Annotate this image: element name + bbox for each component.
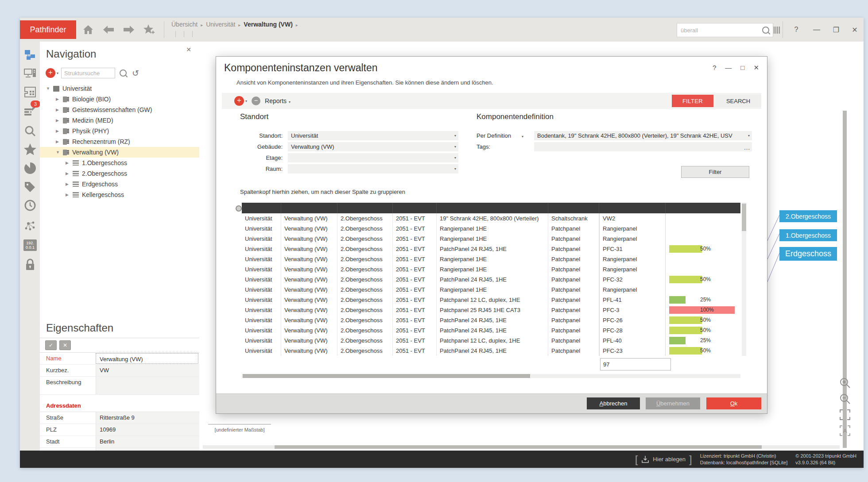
property-value[interactable]: 10969 bbox=[96, 424, 199, 436]
table-horizontal-scrollbar[interactable] bbox=[242, 374, 740, 378]
cell-name[interactable]: Rangierpanel bbox=[599, 254, 666, 264]
tree-expander-icon[interactable]: ▶ bbox=[66, 193, 73, 197]
cell-name[interactable]: PFL-40 bbox=[599, 335, 666, 346]
lock-icon[interactable] bbox=[23, 258, 37, 272]
table-row[interactable]: Universität Verwaltung (VW) 2.Obergescho… bbox=[242, 264, 740, 274]
global-search-input[interactable] bbox=[677, 27, 762, 34]
tree-item[interactable]: ▶ Biologie (BIO) bbox=[40, 94, 199, 104]
chevron-down-icon[interactable]: ▾ bbox=[245, 99, 247, 103]
table-row[interactable]: Universität Verwaltung (VW) 2.Obergescho… bbox=[242, 224, 740, 234]
scrollbar-thumb[interactable] bbox=[243, 374, 530, 378]
ok-button[interactable]: Ok bbox=[706, 397, 761, 409]
refresh-icon[interactable]: ↺ bbox=[132, 68, 139, 78]
table-vertical-scrollbar[interactable] bbox=[742, 203, 746, 356]
dialog-close-icon[interactable]: ✕ bbox=[753, 64, 759, 72]
property-value[interactable] bbox=[96, 377, 199, 394]
zoom-in-icon[interactable] bbox=[839, 377, 851, 389]
history-clock-icon[interactable] bbox=[23, 198, 37, 212]
zoom-out-icon[interactable] bbox=[839, 393, 851, 405]
breadcrumb-universitaet[interactable]: Universität bbox=[206, 21, 235, 28]
more-ellipsis-button[interactable]: ... bbox=[744, 144, 750, 151]
tree-expander-icon[interactable]: ▶ bbox=[56, 139, 63, 144]
remove-instance-button[interactable]: − bbox=[252, 96, 260, 105]
tree-expander-icon[interactable]: ▶ bbox=[56, 129, 63, 133]
search-icon[interactable] bbox=[120, 69, 127, 77]
favorites-star-icon[interactable] bbox=[23, 143, 37, 157]
search-icon[interactable] bbox=[23, 124, 37, 138]
tree-item[interactable]: ▶ Kellergeschoss bbox=[40, 189, 199, 200]
filter-tab-button[interactable]: FILTER bbox=[672, 95, 713, 107]
table-header-cell[interactable] bbox=[281, 203, 337, 213]
table-row[interactable]: Universität Verwaltung (VW) 2.Obergescho… bbox=[242, 335, 740, 346]
filter-apply-button[interactable]: Filter bbox=[681, 166, 749, 178]
tree-expander-icon[interactable]: ▼ bbox=[46, 86, 53, 91]
tree-item[interactable]: ▼ Verwaltung (VW) bbox=[40, 147, 199, 158]
tree-item[interactable]: ▶ Geisteswissenschaften (GW) bbox=[40, 104, 199, 115]
tree-item[interactable]: ▼ Universität bbox=[40, 83, 199, 94]
table-row[interactable]: Universität Verwaltung (VW) 2.Obergescho… bbox=[242, 315, 740, 325]
dialog-minimize-icon[interactable]: — bbox=[725, 64, 732, 72]
cell-name[interactable]: Rangierpanel bbox=[599, 224, 666, 234]
raum-dropdown[interactable]: ▾ bbox=[288, 164, 458, 174]
dialog-help-icon[interactable]: ? bbox=[713, 64, 716, 72]
breadcrumb-floor-link[interactable] bbox=[171, 31, 175, 37]
workstation-icon[interactable] bbox=[23, 66, 37, 81]
tree-item[interactable]: ▶ Erdgeschoss bbox=[40, 179, 199, 189]
maintenance-tools-icon[interactable]: 3 bbox=[23, 104, 37, 118]
structure-search-input[interactable] bbox=[61, 68, 115, 78]
table-header-cell[interactable] bbox=[666, 203, 740, 213]
table-row[interactable]: Universität Verwaltung (VW) 2.Obergescho… bbox=[242, 346, 740, 356]
tree-item[interactable]: ▶ 2.Obergeschoss bbox=[40, 168, 199, 179]
tag-icon[interactable] bbox=[23, 180, 37, 194]
table-row[interactable]: Universität Verwaltung (VW) 2.Obergescho… bbox=[242, 234, 740, 244]
breadcrumb-verwaltung[interactable]: Verwaltung (VW) bbox=[244, 21, 292, 28]
cell-name[interactable]: VW2 bbox=[599, 213, 666, 224]
tree-expander-icon[interactable]: ▶ bbox=[66, 171, 73, 176]
breadcrumb-floor-link[interactable] bbox=[175, 31, 184, 37]
tree-expander-icon[interactable]: ▶ bbox=[56, 108, 63, 112]
cell-name[interactable]: Rangierpanel bbox=[599, 234, 666, 244]
tags-field[interactable]: ... bbox=[534, 142, 752, 151]
table-row[interactable]: Universität Verwaltung (VW) 2.Obergescho… bbox=[242, 244, 740, 254]
close-button[interactable]: ✕ bbox=[847, 23, 862, 36]
table-header-cell[interactable] bbox=[242, 203, 281, 213]
drop-zone[interactable]: [ Hier ablegen ] bbox=[635, 454, 692, 465]
cell-name[interactable]: Rangierpanel bbox=[599, 264, 666, 274]
property-value[interactable]: VW bbox=[96, 365, 199, 376]
chevron-down-icon[interactable]: ▾ bbox=[57, 71, 58, 75]
search-tab-button[interactable]: SEARCH bbox=[715, 95, 761, 107]
abbrechen-button[interactable]: Abbrechen bbox=[587, 397, 640, 409]
help-button[interactable]: ? bbox=[789, 23, 804, 36]
floorplan-icon[interactable] bbox=[23, 85, 37, 99]
apply-check-button[interactable]: ✓ bbox=[45, 340, 57, 350]
search-icon[interactable] bbox=[762, 27, 769, 34]
cell-name[interactable]: PFC-32 bbox=[599, 274, 666, 285]
floor-label-1og[interactable]: 1.Obergeschoss bbox=[779, 229, 837, 241]
table-row[interactable]: Universität Verwaltung (VW) 2.Obergescho… bbox=[242, 285, 740, 295]
property-value[interactable]: Verwaltung (VW) bbox=[96, 353, 198, 364]
standort-dropdown[interactable]: Universität▾ bbox=[288, 131, 458, 140]
name-edit-input[interactable] bbox=[600, 358, 671, 370]
cell-name[interactable]: Rangierpanel bbox=[599, 285, 666, 295]
cell-name[interactable]: PFC-31 bbox=[599, 244, 666, 254]
table-header-cell[interactable] bbox=[393, 203, 437, 213]
pie-chart-icon[interactable] bbox=[23, 161, 37, 175]
minimize-button[interactable]: — bbox=[809, 23, 824, 36]
network-graph-icon[interactable] bbox=[23, 220, 37, 234]
forward-arrow-icon[interactable] bbox=[123, 23, 135, 36]
table-row[interactable]: Universität Verwaltung (VW) 2.Obergescho… bbox=[242, 305, 740, 315]
add-favorite-star-icon[interactable] bbox=[143, 23, 155, 36]
dialog-maximize-icon[interactable]: □ bbox=[740, 64, 744, 72]
table-header-cell[interactable] bbox=[599, 203, 666, 213]
tree-item[interactable]: ▶ Rechenzentrum (RZ) bbox=[40, 136, 199, 147]
per-definition-selector[interactable]: Per Definition▾ bbox=[477, 132, 534, 139]
scrollbar-thumb[interactable] bbox=[275, 445, 762, 449]
floor-label-2og[interactable]: 2.Obergeschoss bbox=[779, 210, 837, 222]
table-row[interactable]: Universität Verwaltung (VW) 2.Obergescho… bbox=[242, 213, 740, 224]
table-row[interactable]: Universität Verwaltung (VW) 2.Obergescho… bbox=[242, 254, 740, 264]
breadcrumb-uebersicht[interactable]: Übersicht bbox=[171, 21, 198, 28]
back-arrow-icon[interactable] bbox=[102, 23, 115, 36]
property-value[interactable]: Ritterstraße 9 bbox=[96, 412, 199, 424]
close-icon[interactable]: ✕ bbox=[186, 46, 191, 53]
cell-name[interactable]: PFC-26 bbox=[599, 315, 666, 325]
